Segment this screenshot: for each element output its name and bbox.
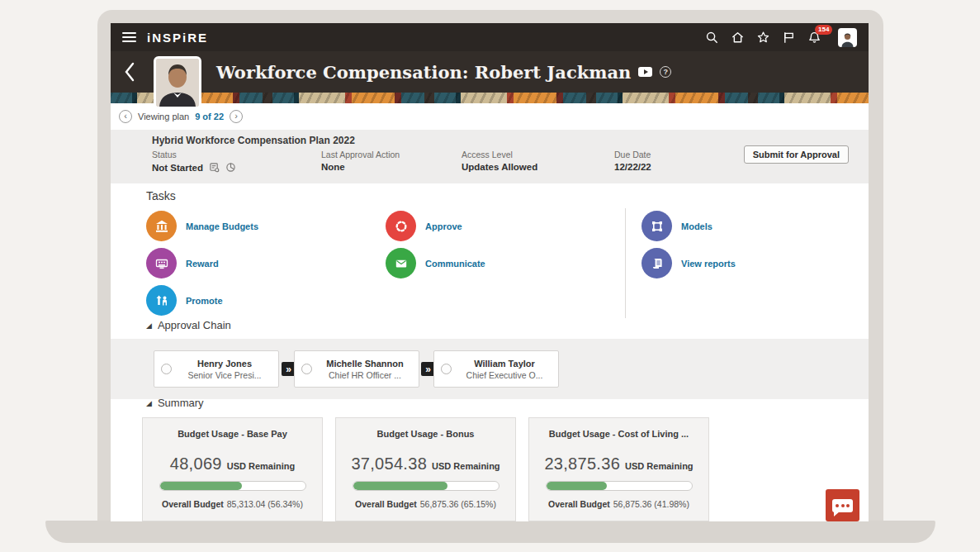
app-window: iNSPiRE 154 xyxy=(111,23,869,521)
worksheet-icon[interactable] xyxy=(209,162,220,173)
budget-card-cost-of-living: Budget Usage - Cost of Living ... 23,875… xyxy=(528,417,709,521)
budget-card-bonus: Budget Usage - Bonus 37,054.38 USD Remai… xyxy=(335,417,516,521)
promote-icon xyxy=(146,285,177,316)
summary-heading[interactable]: ◢ Summary xyxy=(146,397,204,409)
video-tutorial-icon[interactable] xyxy=(638,67,652,77)
tasks-heading: Tasks xyxy=(146,189,176,202)
budget-progress-bar xyxy=(159,481,306,491)
approver-card[interactable]: Michelle Shannon Chief HR Officer ... xyxy=(294,350,419,388)
chat-fab-button[interactable] xyxy=(826,489,859,521)
approver-card[interactable]: Henry Jones Senior Vice Presi... xyxy=(154,350,279,388)
decorative-pattern-strip xyxy=(111,93,869,103)
topbar-actions: 154 xyxy=(705,28,857,47)
collapse-triangle-icon: ◢ xyxy=(146,321,152,330)
help-icon[interactable]: ? xyxy=(660,66,671,78)
back-button[interactable] xyxy=(124,62,135,85)
notification-count-badge: 154 xyxy=(815,25,832,35)
chat-bubble-icon xyxy=(832,499,853,512)
home-icon[interactable] xyxy=(731,31,745,45)
previous-plan-button[interactable]: ‹ xyxy=(119,110,132,123)
favorites-star-icon[interactable] xyxy=(756,31,770,45)
flag-icon[interactable] xyxy=(782,31,796,45)
menu-icon[interactable] xyxy=(122,32,136,42)
approval-chain-panel: Henry Jones Senior Vice Presi... » Miche… xyxy=(111,339,869,399)
task-reward[interactable]: Reward xyxy=(146,248,219,278)
plan-name: Hybrid Workforce Compensation Plan 2022 xyxy=(152,135,355,146)
remaining-amount: 23,875.36 xyxy=(544,454,620,473)
search-icon[interactable] xyxy=(705,31,719,45)
access-level-field: Access Level Updates Allowed xyxy=(462,150,537,172)
task-view-reports[interactable]: View reports xyxy=(641,248,736,278)
notifications-bell-icon[interactable]: 154 xyxy=(807,31,821,45)
laptop-mockup: iNSPiRE 154 xyxy=(0,0,980,552)
approver-status-icon xyxy=(161,364,172,374)
budget-progress-bar xyxy=(546,481,693,491)
envelope-icon xyxy=(386,248,416,278)
plan-info-panel: Hybrid Workforce Compensation Plan 2022 … xyxy=(111,130,869,183)
due-date-field: Due Date 12/22/22 xyxy=(614,150,651,172)
app-logo: iNSPiRE xyxy=(147,31,208,45)
user-avatar[interactable] xyxy=(838,28,857,47)
page-title: Workforce Compensation: Robert Jackman xyxy=(216,62,631,83)
budget-card-base-pay: Budget Usage - Base Pay 48,069 USD Remai… xyxy=(142,417,323,521)
employee-photo xyxy=(154,56,201,109)
approver-status-icon xyxy=(301,364,312,374)
models-icon xyxy=(641,211,672,241)
budget-progress-bar xyxy=(353,481,499,491)
viewing-plan-label: Viewing plan xyxy=(138,112,189,121)
task-manage-budgets[interactable]: Manage Budgets xyxy=(146,211,258,241)
approval-chain-heading[interactable]: ◢ Approval Chain xyxy=(146,319,231,331)
remaining-amount: 37,054.38 xyxy=(351,454,427,473)
task-models[interactable]: Models xyxy=(641,211,713,241)
page-header-banner: Workforce Compensation: Robert Jackman ? xyxy=(111,51,869,93)
status-field: Status Not Started xyxy=(152,150,236,173)
reward-icon xyxy=(146,248,177,278)
approver-card[interactable]: William Taylor Chief Executive O... xyxy=(433,350,559,388)
report-icon xyxy=(641,248,672,278)
laptop-base xyxy=(45,521,935,543)
pie-chart-icon[interactable] xyxy=(225,162,236,173)
submit-for-approval-button[interactable]: Submit for Approval xyxy=(744,145,849,164)
collapse-triangle-icon: ◢ xyxy=(146,399,152,407)
top-navigation-bar: iNSPiRE 154 xyxy=(111,23,869,51)
plan-pagination-row: ‹ Viewing plan 9 of 22 › xyxy=(111,103,869,130)
tasks-column-divider xyxy=(625,208,626,318)
plan-position: 9 of 22 xyxy=(195,112,224,121)
task-promote[interactable]: Promote xyxy=(146,285,223,316)
approver-status-icon xyxy=(441,364,452,374)
remaining-amount: 48,069 xyxy=(170,454,222,473)
task-communicate[interactable]: Communicate xyxy=(386,248,485,278)
task-approve[interactable]: Approve xyxy=(386,211,462,241)
next-plan-button[interactable]: › xyxy=(230,110,243,123)
bank-icon xyxy=(146,211,177,241)
approve-icon xyxy=(386,211,416,241)
last-approval-action-field: Last Approval Action None xyxy=(321,150,400,172)
